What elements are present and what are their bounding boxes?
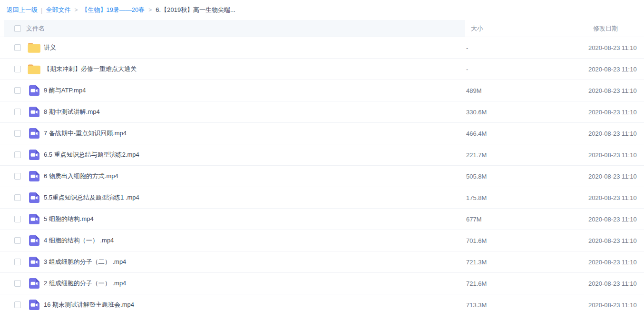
file-modified-date: 2020-08-23 11:10 [588, 194, 637, 201]
folder-icon [27, 42, 41, 53]
file-size: 466.4M [466, 130, 487, 137]
header-background [4, 20, 465, 37]
file-name[interactable]: 5 细胞的结构.mp4 [44, 215, 94, 223]
video-file-icon [27, 278, 41, 289]
row-checkbox[interactable] [14, 216, 21, 222]
file-modified-date: 2020-08-23 11:10 [588, 173, 637, 180]
row-checkbox[interactable] [14, 87, 21, 94]
video-file-icon [27, 128, 41, 139]
row-checkbox[interactable] [14, 130, 21, 137]
file-name[interactable]: 3 组成细胞的分子（二） .mp4 [44, 258, 126, 266]
file-modified-date: 2020-08-23 11:10 [588, 301, 637, 309]
file-modified-date: 2020-08-23 11:10 [588, 66, 637, 73]
table-row[interactable]: 8 期中测试讲解.mp4 330.6M 2020-08-23 11:10 [0, 101, 644, 123]
file-size: 701.6M [466, 237, 487, 244]
file-size: - [466, 66, 468, 73]
file-name[interactable]: 8 期中测试讲解.mp4 [44, 108, 100, 116]
video-file-icon [27, 192, 41, 203]
select-all-checkbox[interactable] [14, 25, 21, 32]
file-size: 489M [466, 87, 482, 94]
row-checkbox[interactable] [14, 237, 21, 244]
file-modified-date: 2020-08-23 11:10 [588, 280, 637, 287]
breadcrumb-separator: > [74, 7, 78, 13]
table-row[interactable]: 2 组成细胞的分子（一） .mp4 721.6M 2020-08-23 11:1… [0, 273, 644, 294]
video-file-icon [27, 85, 41, 96]
row-checkbox[interactable] [14, 44, 21, 51]
file-table-header: 文件名 大小 修改日期 [0, 20, 644, 37]
file-name[interactable]: 9 酶与ATP.mp4 [44, 86, 86, 95]
breadcrumb-item-all-files[interactable]: 全部文件 [46, 6, 70, 14]
table-row[interactable]: 6.5 重点知识总结与题型演练2.mp4 221.7M 2020-08-23 1… [0, 144, 644, 166]
file-size: 677M [466, 216, 482, 223]
table-row[interactable]: 4 细胞的结构（一） .mp4 701.6M 2020-08-23 11:10 [0, 230, 644, 251]
row-checkbox[interactable] [14, 66, 21, 72]
column-header-size[interactable]: 大小 [471, 24, 483, 33]
file-name[interactable]: 4 细胞的结构（一） .mp4 [44, 236, 114, 245]
video-file-icon [27, 213, 41, 225]
file-modified-date: 2020-08-23 11:10 [588, 237, 637, 244]
table-row[interactable]: 6 物质出入细胞的方式.mp4 505.8M 2020-08-23 11:10 [0, 166, 644, 187]
breadcrumb-pipe-divider: | [41, 7, 42, 14]
file-name[interactable]: 6 物质出入细胞的方式.mp4 [44, 172, 118, 181]
file-modified-date: 2020-08-23 11:10 [588, 151, 637, 159]
column-header-filename[interactable]: 文件名 [26, 24, 45, 33]
file-size: 330.6M [466, 109, 487, 116]
row-checkbox[interactable] [14, 301, 21, 308]
row-checkbox[interactable] [14, 151, 21, 158]
folder-icon [27, 63, 41, 75]
file-modified-date: 2020-08-23 11:10 [588, 130, 637, 137]
table-row[interactable]: 5 细胞的结构.mp4 677M 2020-08-23 11:10 [0, 209, 644, 230]
file-name[interactable]: 7 备战期中-重点知识回顾.mp4 [44, 129, 127, 138]
file-list: 讲义 - 2020-08-23 11:10 【期末冲刺】必修一重难点大通关 - … [0, 37, 644, 311]
table-row[interactable]: 7 备战期中-重点知识回顾.mp4 466.4M 2020-08-23 11:1… [0, 123, 644, 144]
file-size: 721.6M [466, 280, 487, 287]
row-checkbox[interactable] [14, 173, 21, 180]
row-checkbox[interactable] [14, 280, 21, 287]
video-file-icon [27, 106, 41, 118]
file-size: 713.3M [466, 301, 487, 309]
video-file-icon [27, 299, 41, 311]
file-modified-date: 2020-08-23 11:10 [588, 87, 637, 94]
table-row[interactable]: 【期末冲刺】必修一重难点大通关 - 2020-08-23 11:10 [0, 59, 644, 80]
file-name[interactable]: 16 期末测试讲解暨主题班会.mp4 [44, 301, 134, 309]
file-name[interactable]: 讲义 [44, 43, 56, 52]
file-size: 721.3M [466, 259, 487, 266]
table-row[interactable]: 9 酶与ATP.mp4 489M 2020-08-23 11:10 [0, 80, 644, 101]
breadcrumb-current-folder: 6.【2019秋】高一生物尖端... [156, 6, 235, 14]
file-size: 221.7M [466, 151, 487, 159]
file-name[interactable]: 5.5重点知识总结及题型演练1 .mp4 [44, 193, 139, 202]
table-row[interactable]: 3 组成细胞的分子（二） .mp4 721.3M 2020-08-23 11:1… [0, 251, 644, 273]
file-modified-date: 2020-08-23 11:10 [588, 109, 637, 116]
breadcrumb-item-biology-folder[interactable]: 【生物】19暑——20春 [81, 6, 145, 14]
table-row[interactable]: 16 期末测试讲解暨主题班会.mp4 713.3M 2020-08-23 11:… [0, 294, 644, 311]
file-modified-date: 2020-08-23 11:10 [588, 44, 637, 51]
row-checkbox[interactable] [14, 194, 21, 201]
breadcrumb: 返回上一级 | 全部文件 > 【生物】19暑——20春 > 6.【2019秋】高… [0, 0, 644, 20]
file-modified-date: 2020-08-23 11:10 [588, 216, 637, 223]
table-row[interactable]: 讲义 - 2020-08-23 11:10 [0, 37, 644, 59]
breadcrumb-separator: > [148, 7, 152, 13]
file-name[interactable]: 【期末冲刺】必修一重难点大通关 [44, 65, 137, 73]
breadcrumb-back-link[interactable]: 返回上一级 [7, 6, 38, 14]
video-file-icon [27, 235, 41, 246]
file-name[interactable]: 6.5 重点知识总结与题型演练2.mp4 [44, 150, 139, 159]
row-checkbox[interactable] [14, 109, 21, 115]
file-name[interactable]: 2 组成细胞的分子（一） .mp4 [44, 279, 126, 288]
row-checkbox[interactable] [14, 259, 21, 265]
file-size: 505.8M [466, 173, 487, 180]
video-file-icon [27, 149, 41, 161]
video-file-icon [27, 256, 41, 268]
file-size: 175.8M [466, 194, 487, 201]
file-modified-date: 2020-08-23 11:10 [588, 259, 637, 266]
video-file-icon [27, 171, 41, 182]
file-size: - [466, 44, 468, 51]
table-row[interactable]: 5.5重点知识总结及题型演练1 .mp4 175.8M 2020-08-23 1… [0, 187, 644, 209]
column-header-modified-date[interactable]: 修改日期 [593, 24, 618, 33]
